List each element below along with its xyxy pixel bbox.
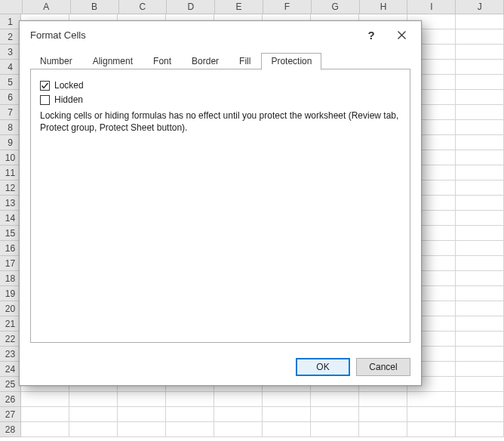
cell[interactable] bbox=[21, 392, 69, 406]
cell[interactable] bbox=[456, 211, 504, 225]
row-header[interactable]: 16 bbox=[0, 241, 20, 256]
col-header[interactable]: C bbox=[119, 0, 167, 14]
row-header[interactable]: 22 bbox=[0, 332, 20, 347]
cell[interactable] bbox=[456, 105, 504, 119]
cell[interactable] bbox=[407, 422, 456, 436]
cell[interactable] bbox=[263, 392, 311, 406]
cell[interactable] bbox=[311, 422, 359, 436]
row-header[interactable]: 19 bbox=[0, 286, 20, 301]
cell[interactable] bbox=[118, 392, 166, 406]
tab-number[interactable]: Number bbox=[30, 53, 82, 69]
hidden-checkbox[interactable]: Hidden bbox=[40, 94, 401, 105]
row-header[interactable]: 26 bbox=[0, 392, 20, 407]
cell[interactable] bbox=[456, 14, 504, 29]
cell[interactable] bbox=[456, 422, 504, 436]
cell[interactable] bbox=[21, 422, 69, 436]
col-header[interactable]: A bbox=[23, 0, 71, 14]
cell[interactable] bbox=[263, 422, 311, 436]
cell[interactable] bbox=[456, 316, 504, 331]
cell[interactable] bbox=[407, 392, 456, 406]
cell[interactable] bbox=[118, 407, 166, 421]
cell[interactable] bbox=[456, 90, 504, 104]
cell[interactable] bbox=[311, 407, 359, 421]
tab-border[interactable]: Border bbox=[182, 53, 229, 69]
row-header[interactable]: 14 bbox=[0, 211, 20, 226]
row-header[interactable]: 18 bbox=[0, 271, 20, 286]
cell[interactable] bbox=[456, 407, 504, 421]
cell[interactable] bbox=[69, 392, 118, 406]
cell[interactable] bbox=[166, 407, 214, 421]
row-header[interactable]: 21 bbox=[0, 316, 20, 332]
tab-protection[interactable]: Protection bbox=[261, 53, 321, 70]
cell[interactable] bbox=[407, 407, 456, 421]
row-header[interactable]: 5 bbox=[0, 75, 20, 90]
col-header[interactable]: H bbox=[360, 0, 408, 14]
cell[interactable] bbox=[456, 271, 504, 285]
row-header[interactable]: 12 bbox=[0, 180, 20, 196]
col-header[interactable]: B bbox=[71, 0, 119, 14]
cell[interactable] bbox=[214, 392, 263, 406]
cell[interactable] bbox=[456, 60, 504, 74]
cell[interactable] bbox=[118, 422, 166, 436]
cell[interactable] bbox=[456, 165, 504, 180]
row-header[interactable]: 15 bbox=[0, 226, 20, 241]
tab-alignment[interactable]: Alignment bbox=[83, 53, 143, 69]
cell[interactable] bbox=[456, 241, 504, 255]
cancel-button[interactable]: Cancel bbox=[356, 358, 410, 376]
cell[interactable] bbox=[456, 29, 504, 44]
close-button[interactable] bbox=[386, 24, 416, 45]
row-header[interactable]: 1 bbox=[0, 14, 20, 29]
row-header[interactable]: 4 bbox=[0, 60, 20, 75]
cell[interactable] bbox=[456, 196, 504, 210]
row-header[interactable]: 13 bbox=[0, 196, 20, 211]
col-header[interactable]: E bbox=[215, 0, 263, 14]
cell[interactable] bbox=[166, 422, 214, 436]
cell[interactable] bbox=[214, 422, 263, 436]
row-header[interactable]: 6 bbox=[0, 90, 20, 105]
col-header[interactable]: J bbox=[456, 0, 504, 14]
cell[interactable] bbox=[456, 286, 504, 301]
row-header[interactable]: 8 bbox=[0, 120, 20, 135]
row-header[interactable]: 27 bbox=[0, 407, 20, 422]
row-header[interactable]: 24 bbox=[0, 362, 20, 377]
cell[interactable] bbox=[21, 407, 69, 421]
cell[interactable] bbox=[69, 407, 118, 421]
cell[interactable] bbox=[166, 392, 214, 406]
ok-button[interactable]: OK bbox=[296, 358, 350, 376]
cell[interactable] bbox=[456, 256, 504, 270]
locked-checkbox[interactable]: Locked bbox=[40, 80, 401, 91]
tab-font[interactable]: Font bbox=[143, 53, 181, 69]
help-button[interactable]: ? bbox=[356, 24, 386, 45]
cell[interactable] bbox=[456, 150, 504, 165]
tab-fill[interactable]: Fill bbox=[229, 53, 260, 69]
cell[interactable] bbox=[456, 135, 504, 150]
row-header[interactable]: 7 bbox=[0, 105, 20, 120]
row-header[interactable]: 9 bbox=[0, 135, 20, 150]
row-header[interactable]: 3 bbox=[0, 45, 20, 60]
cell[interactable] bbox=[456, 347, 504, 361]
row-header[interactable]: 20 bbox=[0, 301, 20, 316]
cell[interactable] bbox=[263, 407, 311, 421]
row-header[interactable]: 10 bbox=[0, 150, 20, 165]
cell[interactable] bbox=[456, 377, 504, 391]
cell[interactable] bbox=[69, 422, 118, 436]
cell[interactable] bbox=[214, 407, 263, 421]
col-header[interactable]: G bbox=[312, 0, 360, 14]
cell[interactable] bbox=[359, 422, 407, 436]
cell[interactable] bbox=[456, 332, 504, 346]
row-header[interactable]: 25 bbox=[0, 377, 20, 392]
row-header[interactable]: 17 bbox=[0, 256, 20, 271]
row-header[interactable]: 28 bbox=[0, 422, 20, 437]
cell[interactable] bbox=[359, 392, 407, 406]
cell[interactable] bbox=[311, 392, 359, 406]
col-header[interactable]: F bbox=[263, 0, 312, 14]
row-header[interactable]: 23 bbox=[0, 347, 20, 362]
cell[interactable] bbox=[456, 75, 504, 89]
cell[interactable] bbox=[456, 301, 504, 316]
cell[interactable] bbox=[456, 392, 504, 406]
cell[interactable] bbox=[456, 226, 504, 240]
cell[interactable] bbox=[456, 120, 504, 134]
cell[interactable] bbox=[456, 180, 504, 195]
select-all-corner[interactable] bbox=[0, 0, 23, 14]
row-header[interactable]: 11 bbox=[0, 165, 20, 180]
